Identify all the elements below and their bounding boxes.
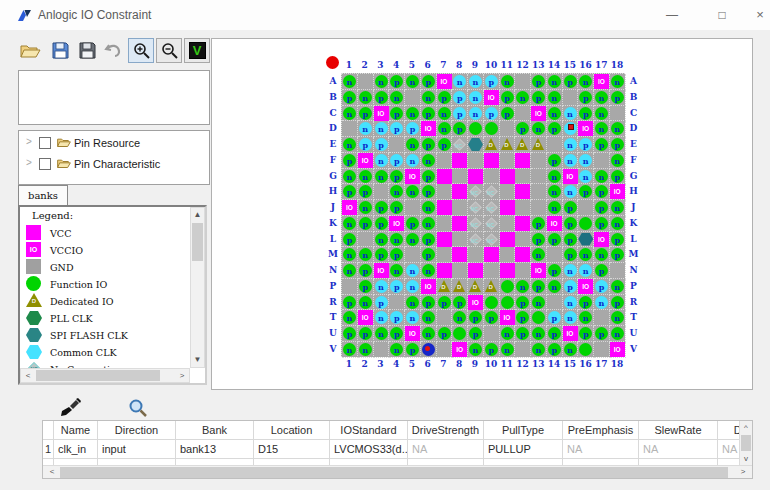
pin-cell[interactable]: p: [421, 106, 437, 122]
pin-cell[interactable]: D: [437, 279, 453, 295]
pin-cell[interactable]: n: [610, 310, 626, 326]
pin-cell[interactable]: n: [500, 342, 516, 358]
pin-cell[interactable]: D: [452, 279, 468, 295]
pin-cell[interactable]: p: [594, 200, 610, 216]
pin-cell[interactable]: p: [405, 121, 421, 137]
pin-cell[interactable]: n: [389, 263, 405, 279]
pin-cell[interactable]: [578, 200, 594, 216]
scroll-right-icon[interactable]: >: [736, 466, 750, 478]
pin-cell[interactable]: n: [578, 310, 594, 326]
pin-cell[interactable]: [452, 153, 468, 169]
pin-cell[interactable]: n: [421, 216, 437, 232]
pin-cell[interactable]: [594, 310, 610, 326]
pin-cell[interactable]: p: [342, 153, 358, 169]
pin-cell[interactable]: p: [374, 295, 390, 311]
pin-cell[interactable]: IO: [610, 184, 626, 200]
pin-cell[interactable]: n: [468, 74, 484, 90]
pin-cell[interactable]: n: [374, 279, 390, 295]
row-number[interactable]: 1: [43, 440, 54, 459]
pin-cell[interactable]: NC: [468, 184, 484, 200]
pin-cell[interactable]: p: [389, 247, 405, 263]
pin-cell[interactable]: n: [358, 169, 374, 185]
pin-cell[interactable]: p: [358, 279, 374, 295]
pin-cell[interactable]: p: [421, 184, 437, 200]
pin-cell[interactable]: [389, 295, 405, 311]
pin-cell[interactable]: [468, 247, 484, 263]
pin-cell[interactable]: p: [547, 326, 563, 342]
pin-cell[interactable]: p: [389, 169, 405, 185]
pin-cell[interactable]: n: [500, 326, 516, 342]
pin-cell[interactable]: p: [515, 295, 531, 311]
pin-cell[interactable]: IO: [374, 106, 390, 122]
pin-cell[interactable]: n: [358, 247, 374, 263]
pin-cell[interactable]: p: [547, 310, 563, 326]
pin-cell[interactable]: n: [342, 263, 358, 279]
pin-cell[interactable]: n: [342, 342, 358, 358]
pin-cell[interactable]: p: [389, 74, 405, 90]
pin-cell[interactable]: n: [515, 90, 531, 106]
pin-cell[interactable]: p: [594, 137, 610, 153]
pin-cell[interactable]: n: [610, 326, 626, 342]
pin-cell[interactable]: n: [389, 342, 405, 358]
pin-cell[interactable]: IO: [563, 169, 579, 185]
pin-cell[interactable]: p: [358, 326, 374, 342]
pin-cell[interactable]: p: [452, 295, 468, 311]
pin-cell[interactable]: n: [342, 106, 358, 122]
pin-cell[interactable]: p: [358, 184, 374, 200]
pin-cell[interactable]: p: [563, 232, 579, 248]
pin-cell[interactable]: IO: [421, 279, 437, 295]
pin-cell[interactable]: n: [531, 342, 547, 358]
pin-cell[interactable]: NC: [452, 137, 468, 153]
pin-cell[interactable]: n: [547, 279, 563, 295]
pin-cell[interactable]: [515, 153, 531, 169]
pin-cell[interactable]: n: [421, 326, 437, 342]
pin-cell[interactable]: [531, 184, 547, 200]
pin-cell[interactable]: n: [374, 169, 390, 185]
pin-cell[interactable]: IO: [531, 106, 547, 122]
pin-cell[interactable]: n: [563, 137, 579, 153]
pin-cell[interactable]: [531, 153, 547, 169]
pin-cell[interactable]: IO: [452, 342, 468, 358]
pin-cell[interactable]: n: [358, 295, 374, 311]
pin-cell[interactable]: NC: [484, 216, 500, 232]
pin-cell[interactable]: n: [358, 200, 374, 216]
pin-cell[interactable]: [405, 90, 421, 106]
pin-cell[interactable]: [500, 295, 516, 311]
maximize-button[interactable]: □: [702, 0, 742, 30]
pin-cell[interactable]: n: [578, 247, 594, 263]
pin-cell[interactable]: [500, 200, 516, 216]
pin-cell[interactable]: [515, 184, 531, 200]
pin-cell[interactable]: [437, 184, 453, 200]
pin-cell[interactable]: [437, 200, 453, 216]
pin-cell[interactable]: p: [389, 310, 405, 326]
pin-cell[interactable]: [437, 310, 453, 326]
column-header-bank[interactable]: Bank: [176, 421, 254, 440]
legend-hscrollbar[interactable]: < >: [20, 368, 190, 383]
cell-slewrate[interactable]: NA: [639, 440, 718, 459]
pin-cell[interactable]: [468, 153, 484, 169]
pin-cell[interactable]: p: [374, 216, 390, 232]
pin-cell[interactable]: [531, 310, 547, 326]
pin-cell[interactable]: IO: [484, 90, 500, 106]
pin-cell[interactable]: p: [563, 74, 579, 90]
pin-cell[interactable]: p: [358, 263, 374, 279]
pin-cell[interactable]: p: [389, 153, 405, 169]
pin-cell[interactable]: IO: [594, 232, 610, 248]
pin-cell[interactable]: n: [610, 279, 626, 295]
pin-cell[interactable]: p: [389, 279, 405, 295]
pin-cell[interactable]: n: [547, 184, 563, 200]
pin-cell[interactable]: p: [594, 263, 610, 279]
pin-cell[interactable]: [500, 121, 516, 137]
pin-cell[interactable]: [610, 263, 626, 279]
pin-cell[interactable]: n: [358, 90, 374, 106]
pin-cell[interactable]: p: [342, 90, 358, 106]
pin-cell[interactable]: D: [484, 279, 500, 295]
pin-cell[interactable]: p: [500, 106, 516, 122]
pin-cell[interactable]: p: [421, 137, 437, 153]
scroll-left-icon[interactable]: <: [45, 466, 59, 478]
pin-cell[interactable]: n: [437, 106, 453, 122]
pin-cell[interactable]: p: [610, 90, 626, 106]
pin-cell[interactable]: [484, 263, 500, 279]
pin-cell[interactable]: D: [515, 137, 531, 153]
pin-cell[interactable]: n: [500, 74, 516, 90]
